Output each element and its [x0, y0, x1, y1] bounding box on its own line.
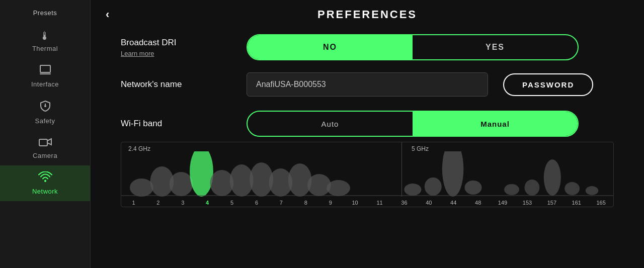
sidebar-presets-label: Presets [33, 5, 57, 24]
svg-point-22 [504, 184, 519, 195]
ch-6[interactable]: 6 [245, 200, 269, 206]
ch-1[interactable]: 1 [121, 200, 146, 206]
sidebar-item-interface[interactable]: Interface [0, 58, 90, 94]
sidebar-item-safety[interactable]: Safety [0, 94, 90, 131]
spectrum-svg [121, 151, 613, 197]
ch-36[interactable]: 36 [392, 200, 417, 206]
svg-rect-0 [40, 65, 50, 72]
ch-7[interactable]: 7 [269, 200, 293, 206]
network-name-label: Network's name [121, 79, 231, 90]
sidebar-item-camera[interactable]: Camera [0, 131, 90, 165]
learn-more-link[interactable]: Learn more [121, 50, 231, 57]
interface-icon [39, 64, 51, 78]
svg-point-15 [288, 163, 312, 197]
ch-3[interactable]: 3 [171, 200, 195, 206]
broadcast-dri-yes-btn[interactable]: YES [413, 35, 578, 59]
wifi-auto-btn[interactable]: Auto [248, 112, 413, 136]
wifi-manual-btn[interactable]: Manual [413, 112, 578, 136]
safety-icon [40, 100, 51, 115]
svg-point-6 [44, 180, 46, 182]
ch-161[interactable]: 161 [564, 200, 589, 206]
svg-point-9 [170, 172, 193, 196]
broadcast-dri-label-group: Broadcast DRI Learn more [121, 38, 231, 57]
ch-11[interactable]: 11 [367, 200, 392, 206]
svg-point-20 [442, 151, 464, 197]
svg-marker-5 [47, 139, 51, 145]
ch-4[interactable]: 4 [195, 200, 220, 206]
sidebar-thermal-label: Thermal [32, 45, 58, 52]
svg-point-26 [586, 186, 599, 195]
svg-point-16 [307, 174, 331, 196]
network-name-row: Network's name PASSWORD [121, 72, 614, 97]
sidebar-safety-label: Safety [35, 117, 55, 125]
wifi-band-toggle[interactable]: Auto Manual [247, 111, 579, 137]
ch-2[interactable]: 2 [146, 200, 171, 206]
camera-icon [39, 137, 52, 150]
svg-point-7 [130, 178, 153, 197]
ch-8[interactable]: 8 [293, 200, 318, 206]
ch-9[interactable]: 9 [318, 200, 343, 206]
svg-point-18 [404, 184, 421, 196]
svg-point-17 [327, 180, 350, 196]
network-wifi-icon [38, 171, 52, 186]
channel-numbers: 1 2 3 4 5 6 7 8 9 10 11 36 40 44 48 149 … [121, 200, 613, 206]
sidebar-item-network[interactable]: Network [0, 165, 90, 201]
sidebar-interface-label: Interface [31, 80, 59, 88]
page-title: PREFERENCES [317, 8, 417, 21]
wifi-band-row: Wi-Fi band Auto Manual [121, 111, 614, 137]
svg-point-19 [425, 177, 442, 196]
sidebar-camera-label: Camera [33, 152, 57, 159]
ch-48[interactable]: 48 [466, 200, 491, 206]
thermal-icon: 🌡 [39, 30, 51, 43]
svg-rect-1 [40, 73, 51, 74]
ch-157[interactable]: 157 [539, 200, 564, 206]
main-content: ‹ PREFERENCES Broadcast DRI Learn more N… [91, 0, 644, 268]
svg-point-10 [190, 151, 213, 197]
svg-rect-4 [39, 139, 47, 146]
password-button[interactable]: PASSWORD [503, 73, 593, 96]
svg-point-23 [525, 180, 540, 196]
ch-40[interactable]: 40 [417, 200, 441, 206]
svg-point-25 [565, 182, 580, 195]
content-area: Broadcast DRI Learn more NO YES Network'… [91, 29, 644, 268]
broadcast-dri-no-btn[interactable]: NO [248, 35, 413, 59]
ch-10[interactable]: 10 [343, 200, 367, 206]
broadcast-dri-row: Broadcast DRI Learn more NO YES [121, 34, 614, 60]
sidebar-item-thermal[interactable]: 🌡 Thermal [0, 24, 90, 58]
network-name-input[interactable] [247, 72, 488, 97]
ch-149[interactable]: 149 [491, 200, 515, 206]
sidebar-network-label: Network [32, 188, 58, 195]
ch-165[interactable]: 165 [589, 200, 613, 206]
svg-point-24 [544, 159, 561, 196]
ch-153[interactable]: 153 [515, 200, 540, 206]
ch-44[interactable]: 44 [441, 200, 466, 206]
sidebar: Presets 🌡 Thermal Interface Safety [0, 0, 91, 268]
svg-point-2 [44, 105, 46, 107]
header: ‹ PREFERENCES [91, 0, 644, 29]
wifi-band-label: Wi-Fi band [121, 119, 231, 129]
spectrum-chart: 2.4 GHz 5 GHz [121, 142, 614, 207]
svg-point-21 [464, 181, 481, 195]
back-button[interactable]: ‹ [106, 8, 109, 21]
broadcast-dri-label: Broadcast DRI [121, 38, 231, 48]
broadcast-dri-toggle[interactable]: NO YES [247, 34, 579, 60]
ch-5[interactable]: 5 [220, 200, 245, 206]
